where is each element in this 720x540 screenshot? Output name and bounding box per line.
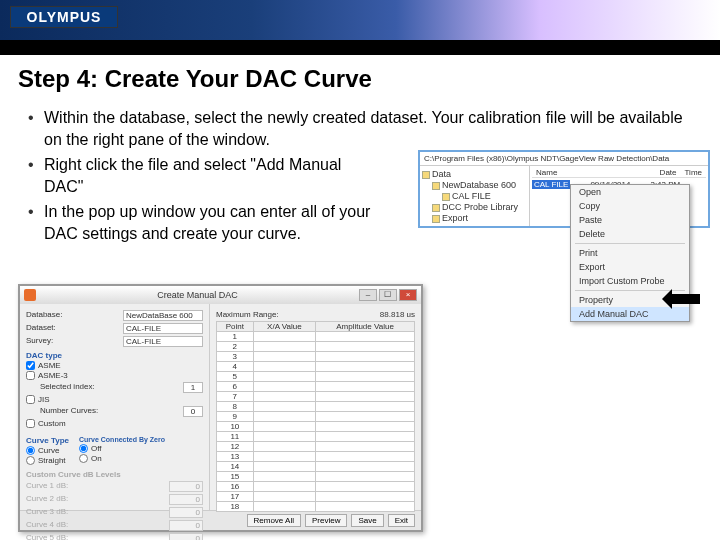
amp-cell[interactable] (316, 342, 415, 352)
point-cell: 9 (217, 412, 254, 422)
col-header: Time (681, 168, 706, 177)
amp-cell[interactable] (316, 352, 415, 362)
file-item[interactable]: CAL FILE (532, 180, 570, 189)
xa-cell[interactable] (253, 402, 315, 412)
curve-db-field: 0 (169, 520, 203, 531)
point-cell: 5 (217, 372, 254, 382)
point-cell: 4 (217, 362, 254, 372)
label: Curve 5 dB: (26, 533, 68, 540)
xa-cell[interactable] (253, 332, 315, 342)
amp-cell[interactable] (316, 402, 415, 412)
ctx-item[interactable]: Open (571, 185, 689, 199)
ctx-item[interactable]: Paste (571, 213, 689, 227)
dac-type-option[interactable]: ASME-3 (26, 371, 203, 380)
dac-type-option[interactable]: ASME (26, 361, 203, 370)
xa-cell[interactable] (253, 412, 315, 422)
label: Dataset: (26, 323, 56, 334)
ctx-item[interactable]: Delete (571, 227, 689, 241)
xa-cell[interactable] (253, 462, 315, 472)
amp-cell[interactable] (316, 472, 415, 482)
xa-cell[interactable] (253, 422, 315, 432)
dac-points-table[interactable]: Point X/A Value Amplitude Value 12345678… (216, 321, 415, 512)
point-cell: 10 (217, 422, 254, 432)
amp-cell[interactable] (316, 392, 415, 402)
close-button[interactable]: × (399, 289, 417, 301)
ctx-item[interactable]: Copy (571, 199, 689, 213)
amp-cell[interactable] (316, 492, 415, 502)
exit-button[interactable]: Exit (388, 514, 415, 527)
amp-cell[interactable] (316, 432, 415, 442)
point-cell: 14 (217, 462, 254, 472)
col-header: Name (532, 168, 656, 177)
amp-cell[interactable] (316, 502, 415, 512)
section-heading: Curve Connected By Zero (79, 436, 165, 443)
ctx-item-add-manual-dac[interactable]: Add Manual DAC (571, 307, 689, 321)
max-range-field: 88.818 us (380, 310, 415, 319)
tree-node[interactable]: DCC Probe Library (442, 202, 518, 212)
arrow-icon (672, 294, 700, 304)
maximize-button[interactable]: ☐ (379, 289, 397, 301)
xa-cell[interactable] (253, 392, 315, 402)
tree-node[interactable]: NewDatabase 600 (442, 180, 516, 190)
amp-cell[interactable] (316, 412, 415, 422)
minimize-button[interactable]: – (359, 289, 377, 301)
amp-cell[interactable] (316, 462, 415, 472)
tree-pane: Data NewDatabase 600 CAL FILE DCC Probe … (420, 166, 530, 226)
xa-cell[interactable] (253, 342, 315, 352)
ctx-item[interactable]: Import Custom Probe (571, 274, 689, 288)
ctx-item[interactable]: Print (571, 246, 689, 260)
amp-cell[interactable] (316, 452, 415, 462)
tree-node[interactable]: CAL FILE (452, 191, 491, 201)
bullet-item: Right click the file and select "Add Man… (18, 154, 378, 197)
database-field: NewDataBase 600 (123, 310, 203, 321)
banner-strip (0, 40, 720, 55)
amp-cell[interactable] (316, 422, 415, 432)
label: Curve 2 dB: (26, 494, 68, 505)
col-header: Point (217, 322, 254, 332)
amp-cell[interactable] (316, 442, 415, 452)
xa-cell[interactable] (253, 472, 315, 482)
amp-cell[interactable] (316, 332, 415, 342)
curve-type-option[interactable]: Straight (26, 456, 69, 465)
xa-cell[interactable] (253, 382, 315, 392)
tree-node[interactable]: Export (442, 213, 468, 223)
arrow-icon (662, 289, 672, 309)
xa-cell[interactable] (253, 352, 315, 362)
xa-cell[interactable] (253, 372, 315, 382)
ctx-item[interactable]: Export (571, 260, 689, 274)
selected-index-field[interactable]: 1 (183, 382, 203, 393)
col-header: Date (656, 168, 681, 177)
label: Curve 1 dB: (26, 481, 68, 492)
section-heading: Curve Type (26, 436, 69, 445)
number-curves-field[interactable]: 0 (183, 406, 203, 417)
point-cell: 11 (217, 432, 254, 442)
amp-cell[interactable] (316, 372, 415, 382)
xa-cell[interactable] (253, 432, 315, 442)
xa-cell[interactable] (253, 442, 315, 452)
connected-option[interactable]: Off (79, 444, 165, 453)
point-cell: 1 (217, 332, 254, 342)
xa-cell[interactable] (253, 482, 315, 492)
curve-type-option[interactable]: Curve (26, 446, 69, 455)
point-cell: 16 (217, 482, 254, 492)
connected-option[interactable]: On (79, 454, 165, 463)
col-header: Amplitude Value (316, 322, 415, 332)
dac-type-option[interactable]: JIS (26, 395, 203, 404)
tree-node[interactable]: Data (432, 169, 451, 179)
xa-cell[interactable] (253, 362, 315, 372)
xa-cell[interactable] (253, 502, 315, 512)
amp-cell[interactable] (316, 362, 415, 372)
section-heading: DAC type (26, 351, 203, 360)
dac-type-option[interactable]: Custom (26, 419, 203, 428)
xa-cell[interactable] (253, 452, 315, 462)
preview-button[interactable]: Preview (305, 514, 347, 527)
save-button[interactable]: Save (351, 514, 383, 527)
amp-cell[interactable] (316, 482, 415, 492)
point-cell: 8 (217, 402, 254, 412)
brand-banner: OLYMPUS (0, 0, 720, 40)
xa-cell[interactable] (253, 492, 315, 502)
amp-cell[interactable] (316, 382, 415, 392)
remove-all-button[interactable]: Remove All (247, 514, 301, 527)
create-manual-dac-dialog: Create Manual DAC – ☐ × Database:NewData… (18, 284, 423, 532)
point-cell: 18 (217, 502, 254, 512)
